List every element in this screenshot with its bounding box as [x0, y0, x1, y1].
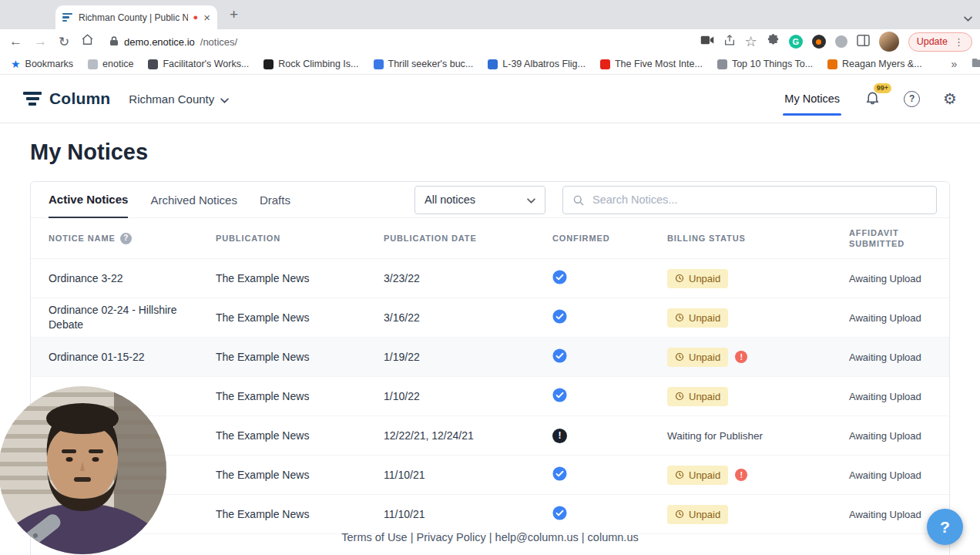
tab-drafts[interactable]: Drafts — [260, 182, 290, 217]
organization-selector[interactable]: Richman County — [129, 92, 229, 106]
table-row[interactable]: The Example News 12/22/21, 12/24/21 ! Wa… — [31, 416, 949, 456]
back-button[interactable]: ← — [9, 34, 22, 49]
tab-title: Richman County | Public N — [79, 12, 188, 23]
notice-publication-date: 3/16/22 — [384, 311, 552, 324]
table-row[interactable]: Ordinance 3-22 The Example News 3/23/22 … — [31, 259, 949, 298]
bookmark-favicon — [717, 59, 727, 69]
notices-table: Ordinance 3-22 The Example News 3/23/22 … — [31, 259, 949, 534]
grammarly-extension-icon[interactable]: G — [789, 35, 803, 49]
side-panel-icon[interactable] — [857, 35, 870, 49]
billing-status-text: Waiting for Publisher — [667, 430, 763, 442]
bookmark-favicon — [827, 59, 837, 69]
notifications-button[interactable]: 99+ — [864, 89, 881, 109]
billing-status-cell: Unpaid — [667, 387, 849, 406]
confirmed-status-icon: ! — [552, 429, 567, 443]
nav-my-notices[interactable]: My Notices — [783, 92, 841, 105]
help-button[interactable]: ? — [904, 91, 920, 107]
video-capture-icon[interactable] — [700, 35, 714, 49]
new-tab-button[interactable]: + — [230, 6, 238, 23]
confirmed-status-icon — [552, 388, 567, 402]
bookmark-item[interactable]: Thrill seeker's buc... — [374, 59, 474, 69]
lock-icon — [109, 35, 119, 49]
affidavit-status: Awaiting Upload — [849, 273, 937, 284]
bookmark-item[interactable]: L-39 Albatros Flig... — [488, 59, 586, 69]
bookmark-item[interactable]: Reagan Myers &... — [827, 59, 922, 69]
table-row[interactable]: The Example News 1/10/22 Unpaid Awaiting… — [31, 377, 949, 416]
help-icon[interactable]: ? — [120, 233, 132, 244]
browser-tab-strip: Richman County | Public N ● × + — [0, 0, 980, 29]
bookmarks-list: enotice Facilitator's Works... Rock Clim… — [88, 59, 922, 69]
bookmarks-overflow-button[interactable]: » — [951, 58, 958, 70]
bookmark-item[interactable]: Facilitator's Works... — [148, 59, 249, 69]
table-header: Notice Name ? Publication Publication Da… — [31, 218, 949, 259]
affidavit-status: Awaiting Upload — [849, 391, 937, 402]
chevron-down-icon — [220, 92, 229, 106]
forward-button[interactable]: → — [34, 34, 47, 49]
bookmarks-star-icon: ★ — [11, 59, 21, 69]
notice-publication: The Example News — [216, 351, 384, 363]
bookmark-item[interactable]: Top 10 Things To... — [717, 59, 813, 69]
billing-status-badge: Unpaid — [667, 466, 728, 485]
home-button[interactable] — [81, 33, 94, 50]
column-header-publication-date: Publication Date — [384, 233, 552, 244]
column-header-billing-status: Billing Status — [667, 233, 849, 244]
bookmarks-bar: ★ Bookmarks enotice Facilitator's Works.… — [0, 54, 980, 75]
billing-status-badge: Unpaid — [667, 387, 728, 406]
table-row[interactable]: Ordinance 02-24 - Hillshire Debate The E… — [31, 298, 949, 338]
settings-button[interactable]: ⚙ — [943, 91, 957, 106]
bookmark-item[interactable]: The Five Most Inte... — [600, 59, 703, 69]
brand-logo[interactable]: Column — [23, 89, 110, 108]
bookmark-item[interactable]: enotice — [88, 59, 133, 69]
profile-avatar[interactable] — [879, 32, 899, 52]
billing-alert-icon: ! — [735, 351, 747, 363]
affidavit-status: Awaiting Upload — [849, 469, 937, 481]
brand-name: Column — [49, 89, 110, 108]
folder-icon — [972, 58, 980, 70]
address-bar[interactable]: demo.enotice.io/notices/ — [109, 29, 237, 54]
search-input[interactable] — [562, 186, 937, 214]
column-header-confirmed: Confirmed — [552, 233, 667, 244]
notice-publication: The Example News — [216, 508, 384, 520]
update-button[interactable]: Update ⋮ — [908, 32, 972, 52]
bookmark-item[interactable]: Rock Climbing Is... — [263, 59, 358, 69]
chevron-down-icon — [527, 193, 535, 206]
webcam-overlay — [0, 386, 166, 554]
notices-filter-select[interactable]: All notices — [414, 186, 545, 214]
column-header-notice-name: Notice Name ? — [49, 233, 216, 244]
close-tab-icon[interactable]: × — [203, 12, 210, 23]
extension-icon[interactable] — [812, 35, 826, 49]
share-icon[interactable] — [723, 34, 736, 50]
billing-status-cell: Unpaid ! — [667, 466, 849, 485]
reload-button[interactable]: ↻ — [59, 34, 69, 50]
notice-publication-date: 1/10/22 — [384, 390, 552, 402]
notice-publication-date: 3/23/22 — [384, 272, 552, 284]
billing-status-cell: Unpaid — [667, 269, 849, 288]
notification-badge: 99+ — [874, 83, 891, 93]
notice-publication-date: 12/22/21, 12/24/21 — [384, 429, 552, 442]
table-row[interactable]: Ordinance 01-15-22 The Example News 1/19… — [31, 338, 949, 377]
notice-publication: The Example News — [216, 390, 384, 402]
extensions-icon[interactable] — [767, 34, 780, 50]
bookmark-favicon — [88, 59, 98, 69]
browser-tab[interactable]: Richman County | Public N ● × — [55, 5, 217, 29]
tab-active-notices[interactable]: Active Notices — [49, 182, 128, 218]
extension-icon-2[interactable] — [835, 35, 847, 48]
footer-links[interactable]: Terms of Use | Privacy Policy | help@col… — [0, 531, 980, 543]
tab-archived-notices[interactable]: Archived Notices — [150, 182, 237, 217]
browser-menu-icon[interactable]: ⋮ — [954, 36, 964, 48]
table-row[interactable]: The Example News 11/10/21 Unpaid Awaitin… — [31, 495, 949, 534]
bookmarks-button[interactable]: ★ Bookmarks — [11, 59, 73, 69]
billing-status-cell: Unpaid ! — [667, 348, 849, 367]
table-row[interactable]: The Example News 11/10/21 Unpaid ! Await… — [31, 456, 949, 495]
billing-status-cell: Waiting for Publisher — [667, 430, 849, 442]
affidavit-status: Awaiting Upload — [849, 352, 937, 363]
window-chevron-icon[interactable] — [964, 11, 972, 25]
notice-name: Ordinance 02-24 - Hillshire Debate — [49, 303, 216, 332]
other-bookmarks-button[interactable]: Other Bookmarks — [972, 58, 980, 70]
notice-publication: The Example News — [216, 469, 384, 481]
help-fab-button[interactable]: ? — [927, 509, 963, 545]
billing-alert-icon: ! — [735, 469, 747, 481]
billing-status-badge: Unpaid — [667, 308, 728, 328]
screen: Richman County | Public N ● × + ← → ↻ de… — [0, 0, 980, 555]
bookmark-star-icon[interactable]: ☆ — [745, 33, 757, 50]
